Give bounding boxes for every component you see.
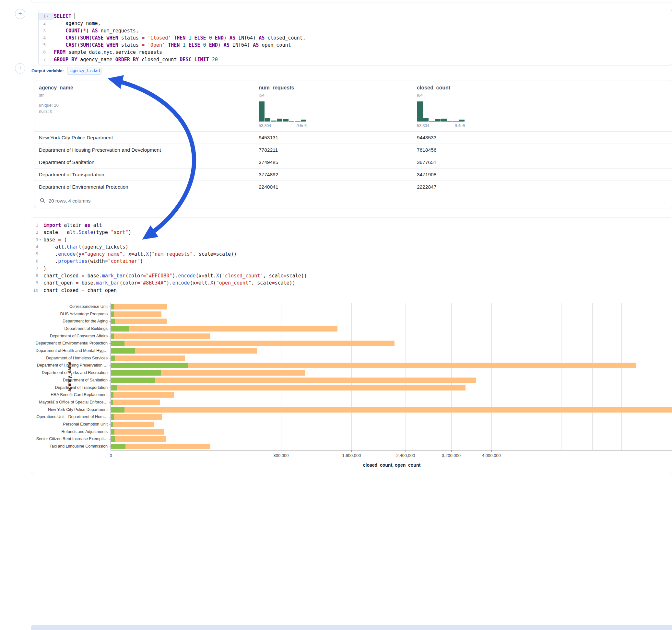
code-text[interactable]: chart_closed + chart_open [44,287,117,294]
next-cell-strip[interactable] [31,625,672,630]
bar-open[interactable] [111,436,115,442]
y-axis-tick [109,395,111,395]
line-number: 3 [39,27,54,34]
bar-closed[interactable] [111,414,162,420]
bar-open[interactable] [111,356,115,361]
bar-open[interactable] [111,407,124,413]
bar-closed[interactable] [111,356,185,361]
code-text[interactable]: .encode(y="agency_name", x=alt.X("num_re… [44,250,237,258]
table-row[interactable]: New York City Police Department945313194… [34,131,672,144]
bar-open[interactable] [111,385,117,390]
table-row[interactable]: Department of Housing Preservation and D… [34,144,672,156]
x-axis-tick [406,450,406,452]
y-axis-category-label: Senior Citizen Rent Increase Exempti… [31,437,107,441]
code-line: 7GROUP BY agency_name ORDER BY closed_co… [39,56,672,63]
column-histogram [259,101,307,122]
bar-closed[interactable] [111,363,636,368]
code-text[interactable]: COUNT(*) AS num_requests, [54,27,139,34]
bar-open[interactable] [111,378,155,383]
code-text[interactable]: base = ( [44,236,67,243]
bar-closed[interactable] [111,304,167,310]
line-number: 2 [39,20,54,27]
python-code-editor[interactable]: 1import altair as alt2scale = alt.Scale(… [31,218,672,294]
bar-closed[interactable] [111,385,465,390]
column-header[interactable]: closed_counti6453,3049.4e6 [412,85,672,131]
code-text[interactable]: FROM sample_data.nyc.service_requests [54,49,162,56]
bar-closed[interactable] [111,311,162,317]
code-text[interactable]: import altair as alt [44,222,102,229]
bar-closed[interactable] [111,378,476,383]
chart-gridline [621,303,622,450]
bar-open[interactable] [111,319,115,324]
chevron-down-icon[interactable]: ▾ [47,13,49,20]
sql-code-editor[interactable]: 1▾SELECT 2 agency_name,3 COUNT(*) AS num… [39,13,672,63]
bar-open[interactable] [111,421,113,427]
column-type: i64 [259,93,412,98]
bar-closed[interactable] [111,319,167,324]
code-text[interactable]: CAST(SUM(CASE WHEN status = 'Closed' THE… [54,34,306,42]
output-variable-chip[interactable]: agency_tickets [67,67,101,75]
y-axis-tick [109,329,111,329]
add-cell-button[interactable]: + [15,63,25,74]
code-text[interactable]: agency_name, [54,20,101,27]
bar-open[interactable] [111,326,129,332]
table-footer: 20 rows, 4 columns [34,193,672,203]
code-text[interactable]: GROUP BY agency_name ORDER BY closed_cou… [54,56,218,63]
bar-open[interactable] [111,444,125,449]
output-variable-label: Output variable: [31,68,64,73]
bar-open[interactable] [111,341,124,346]
bar-closed[interactable] [111,429,164,435]
code-text[interactable]: .properties(width="container") [44,258,143,265]
column-header[interactable]: num_requestsi6453,3049.5e6 [254,85,412,131]
bar-closed[interactable] [111,444,210,449]
code-line: 10chart_closed + chart_open [31,287,672,294]
bar-closed[interactable] [111,334,210,339]
code-text[interactable]: chart_open = base.mark_bar(color="#8BC34… [44,280,295,287]
bar-closed[interactable] [111,407,672,413]
search-icon[interactable] [40,198,45,203]
code-text[interactable]: alt.Chart(agency_tickets) [44,243,128,250]
bar-open[interactable] [111,399,113,405]
bar-open[interactable] [111,348,135,354]
table-row[interactable]: Department of Environmental Protection22… [34,181,672,193]
table-row[interactable]: Department of Transportation377489234719… [34,169,672,181]
chart-gridline [561,303,561,450]
bar-closed[interactable] [111,326,337,332]
bar-closed[interactable] [111,436,166,442]
bar-open[interactable] [111,370,161,375]
y-axis-category-label: Taxi and Limousine Commission [31,444,107,449]
bar-open[interactable] [111,414,114,420]
bar-open[interactable] [111,304,114,310]
x-axis-tick [111,450,111,452]
cell-num-requests: 7782211 [254,147,412,153]
bar-closed[interactable] [111,392,174,398]
chevron-down-icon[interactable]: ▾ [39,236,41,243]
code-text[interactable]: CAST(SUM(CASE WHEN status = 'Open' THEN … [54,42,291,49]
column-header[interactable]: agency_namestrunique: 20nulls: 0 [34,85,254,131]
bar-closed[interactable] [111,421,154,427]
bar-open[interactable] [111,392,114,398]
line-number-text: 2 [31,229,38,236]
column-meta: unique: 20 [39,103,254,107]
bar-open[interactable] [111,363,188,368]
add-cell-button[interactable]: + [15,9,25,19]
bar-closed[interactable] [111,399,160,405]
sql-cell[interactable]: 1▾SELECT 2 agency_name,3 COUNT(*) AS num… [38,10,672,66]
bar-open[interactable] [111,429,115,435]
histogram-min-label: 53,304 [417,123,429,128]
bar-open[interactable] [111,311,114,317]
x-axis-tick-label: 3,200,000 [442,453,461,458]
histogram-min-label: 53,304 [259,123,271,128]
code-text[interactable]: SELECT [54,13,75,20]
code-text[interactable]: scale = alt.Scale(type="sqrt") [44,229,131,236]
text-cursor [75,13,75,19]
python-cell[interactable]: 1import altair as alt2scale = alt.Scale(… [31,217,672,474]
y-axis-category-label: Department of Health and Mental Hyg… [31,348,107,353]
bar-closed[interactable] [111,341,394,346]
table-row[interactable]: Department of Sanitation37494853677651 [34,156,672,169]
y-axis-category-label: DHS Advantage Programs [31,312,107,317]
code-text[interactable]: chart_closed = base.mark_bar(color="#FFC… [44,272,307,280]
bar-open[interactable] [111,334,114,339]
x-axis-tick-label: 2,400,000 [396,453,415,458]
code-text[interactable]: ) [44,265,46,272]
